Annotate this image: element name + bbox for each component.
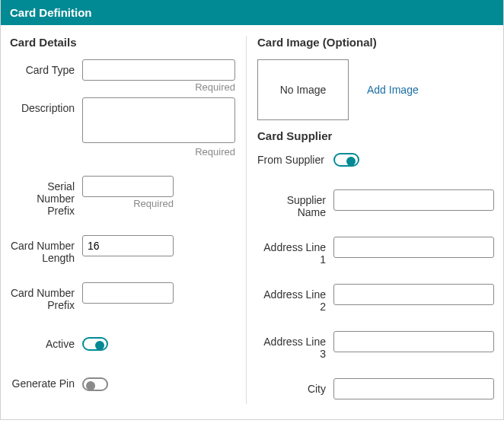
active-toggle[interactable] [82, 337, 108, 351]
card-type-label: Card Type [10, 59, 82, 76]
generate-pin-toggle[interactable] [82, 377, 108, 391]
address1-label: Address Line 1 [257, 237, 333, 266]
add-image-link[interactable]: Add Image [367, 84, 419, 96]
description-input[interactable] [82, 97, 235, 143]
card-number-length-label: Card Number Length [10, 235, 82, 264]
panel-title: Card Definition [10, 6, 92, 19]
card-supplier-title: Card Supplier [257, 129, 494, 142]
serial-prefix-label: Serial Number Prefix [10, 176, 82, 217]
generate-pin-label: Generate Pin [10, 377, 82, 390]
city-input[interactable] [333, 378, 494, 399]
address2-input[interactable] [333, 284, 494, 305]
from-supplier-label: From Supplier [257, 154, 333, 166]
description-required: Required [82, 146, 235, 158]
serial-prefix-input[interactable] [82, 176, 174, 197]
supplier-name-input[interactable] [333, 189, 494, 211]
card-image-supplier-column: Card Image (Optional) No Image Add Image… [246, 36, 494, 404]
card-type-required: Required [82, 81, 235, 93]
card-details-title: Card Details [10, 36, 235, 49]
card-number-prefix-label: Card Number Prefix [10, 282, 82, 311]
address2-label: Address Line 2 [257, 284, 333, 313]
card-number-length-input[interactable] [82, 235, 174, 256]
supplier-name-label: Supplier Name [257, 189, 333, 218]
card-number-prefix-input[interactable] [82, 282, 174, 304]
address3-input[interactable] [333, 331, 494, 352]
card-type-input[interactable] [82, 59, 235, 81]
panel-header: Card Definition [1, 0, 503, 25]
from-supplier-toggle[interactable] [333, 153, 359, 167]
city-label: City [257, 378, 333, 395]
card-image-title: Card Image (Optional) [257, 36, 494, 49]
card-definition-panel: Card Definition Card Details Card Type R… [0, 0, 504, 420]
serial-prefix-required: Required [82, 198, 174, 209]
description-label: Description [10, 97, 82, 114]
card-details-column: Card Details Card Type Required Descript… [10, 36, 246, 404]
address3-label: Address Line 3 [257, 331, 333, 360]
address1-input[interactable] [333, 237, 494, 258]
no-image-text: No Image [280, 84, 327, 96]
card-image-preview: No Image [257, 59, 349, 120]
active-label: Active [10, 338, 82, 350]
